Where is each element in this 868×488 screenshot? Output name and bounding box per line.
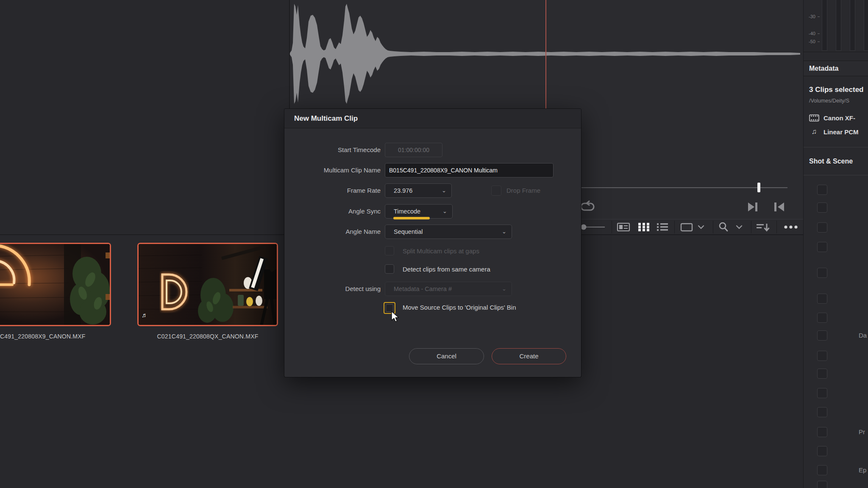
metadata-field-checkbox[interactable]: [817, 351, 827, 361]
create-button[interactable]: Create: [492, 348, 566, 364]
angle-sync-dropdown[interactable]: Timecode⌄: [385, 204, 453, 219]
toolbar-separator: [612, 221, 612, 233]
angle-sync-label: Angle Sync: [270, 204, 381, 219]
thumbnail-size-slider[interactable]: [581, 219, 607, 235]
clip-filename[interactable]: C491_220808X9_CANON.MXF: [0, 333, 100, 340]
meters-divider: [804, 52, 868, 52]
selection-path: /Volumes/Deity/S: [809, 98, 849, 104]
audio-meter-bar: [822, 0, 827, 51]
toolbar-separator: [713, 221, 713, 233]
angle-name-label: Angle Name: [270, 225, 381, 239]
drop-frame-label: Drop Frame: [506, 187, 540, 194]
detect-using-dropdown: Metadata - Camera #⌄: [385, 282, 512, 296]
video-clip-icon: [809, 114, 819, 122]
meter-db-label: -40: [805, 31, 815, 36]
new-multicam-clip-dialog: New Multicam Clip Start Timecode Multica…: [284, 109, 581, 377]
metadata-field-checkbox[interactable]: [817, 330, 827, 341]
meter-tick-mark: [818, 33, 820, 34]
metadata-field-checkbox[interactable]: [817, 313, 827, 323]
angle-sync-highlight-underline: [393, 217, 430, 219]
clip-filename[interactable]: C021C491_220808QX_CANON.MXF: [137, 333, 278, 340]
meter-tick-mark: [818, 17, 820, 17]
move-source-label: Move Source Clips to 'Original Clips' Bi…: [403, 304, 516, 311]
metadata-field-label-partial: Pr: [859, 428, 865, 435]
shot-scene-header[interactable]: Shot & Scene: [809, 158, 853, 165]
audio-format-label: Linear PCM: [823, 128, 859, 136]
list-view-icon[interactable]: [657, 219, 668, 235]
start-timecode-label: Start Timecode: [270, 143, 381, 157]
metadata-field-checkbox[interactable]: [817, 465, 827, 475]
video-format-row: Canon XF-: [809, 113, 855, 122]
meter-db-label: -30: [805, 14, 815, 19]
metadata-divider: [804, 147, 868, 147]
audio-clip-badge: ♬: [142, 311, 148, 319]
split-gaps-checkbox: [385, 246, 394, 255]
chevron-down-icon[interactable]: [735, 219, 743, 235]
skip-forward-icon[interactable]: [747, 202, 759, 212]
clip-thumbnail-selected[interactable]: [0, 243, 111, 326]
clip-thumbnail-image: [0, 244, 110, 325]
selection-summary: 3 Clips selected: [809, 86, 864, 94]
metadata-field-checkbox[interactable]: [817, 222, 827, 233]
clip-thumbnail-selected[interactable]: [137, 243, 278, 326]
chevron-down-icon: ⌄: [442, 205, 447, 218]
metadata-divider: [804, 175, 868, 175]
frame-rate-dropdown[interactable]: 23.976⌄: [385, 183, 452, 198]
video-format-label: Canon XF-: [823, 114, 855, 122]
card-view-icon[interactable]: [617, 219, 630, 235]
frame-rate-label: Frame Rate: [270, 183, 381, 198]
audio-waveform: [290, 0, 803, 127]
app-window: ♬ C491_220808X9_CANON.MXF C021C491_22080…: [0, 0, 868, 488]
more-options-icon[interactable]: [780, 219, 801, 235]
toolbar-separator: [776, 221, 777, 233]
music-note-icon: ♫: [809, 128, 819, 136]
mouse-cursor: [390, 311, 401, 323]
metadata-field-checkbox[interactable]: [817, 388, 827, 398]
audio-format-row: ♫ Linear PCM: [809, 127, 859, 136]
toolbar-separator: [751, 221, 751, 233]
jog-bar-handle[interactable]: [757, 183, 760, 192]
metadata-field-checkbox[interactable]: [817, 427, 827, 437]
detect-same-camera-label: Detect clips from same camera: [403, 266, 490, 273]
cancel-button[interactable]: Cancel: [409, 348, 484, 364]
clip-name-label: Multicam Clip Name: [270, 163, 381, 177]
sort-icon[interactable]: [756, 219, 770, 235]
skip-back-icon[interactable]: [773, 202, 785, 212]
metadata-field-checkbox[interactable]: [817, 446, 827, 456]
chevron-down-icon: ⌄: [442, 184, 446, 197]
detect-using-label: Detect using: [270, 282, 381, 296]
metadata-field-checkbox[interactable]: [817, 369, 827, 379]
meter-db-label: -50: [805, 39, 815, 44]
metadata-field-checkbox[interactable]: [817, 202, 827, 213]
audio-meter-bar: [864, 0, 868, 51]
clip-name-input[interactable]: [385, 163, 554, 177]
metadata-field-checkbox[interactable]: [817, 294, 827, 304]
clip-preview-icon[interactable]: [680, 219, 693, 235]
split-gaps-label: Split Multicam clips at gaps: [403, 247, 479, 255]
clip-thumbnail-image: [139, 244, 277, 325]
chevron-down-icon: ⌄: [502, 225, 506, 238]
jog-bar[interactable]: [555, 187, 787, 188]
metadata-field-label-partial: Da: [859, 332, 867, 339]
chevron-down-icon[interactable]: [697, 219, 705, 235]
metadata-panel-header: Metadata: [804, 61, 868, 76]
meter-tick-mark: [818, 42, 820, 42]
start-timecode-input[interactable]: [385, 143, 442, 157]
toolbar-separator: [674, 221, 675, 233]
metadata-field-checkbox[interactable]: [817, 407, 827, 417]
detect-same-camera-checkbox[interactable]: [385, 264, 394, 274]
chevron-down-icon: ⌄: [502, 282, 506, 296]
search-icon[interactable]: [718, 219, 729, 235]
metadata-field-checkbox[interactable]: [817, 185, 827, 195]
grid-view-icon[interactable]: [638, 219, 650, 235]
loop-playback-icon[interactable]: [581, 200, 596, 213]
metadata-field-checkbox[interactable]: [817, 481, 827, 488]
audio-meter-bar: [850, 0, 855, 51]
drop-frame-checkbox: [491, 186, 501, 196]
metadata-field-checkbox[interactable]: [817, 242, 827, 252]
media-pool-toolbar: [581, 219, 803, 235]
angle-name-dropdown[interactable]: Sequential⌄: [385, 225, 512, 239]
metadata-field-checkbox[interactable]: [817, 268, 827, 278]
dialog-title: New Multicam Clip: [284, 109, 581, 128]
audio-meter-bar: [836, 0, 841, 51]
